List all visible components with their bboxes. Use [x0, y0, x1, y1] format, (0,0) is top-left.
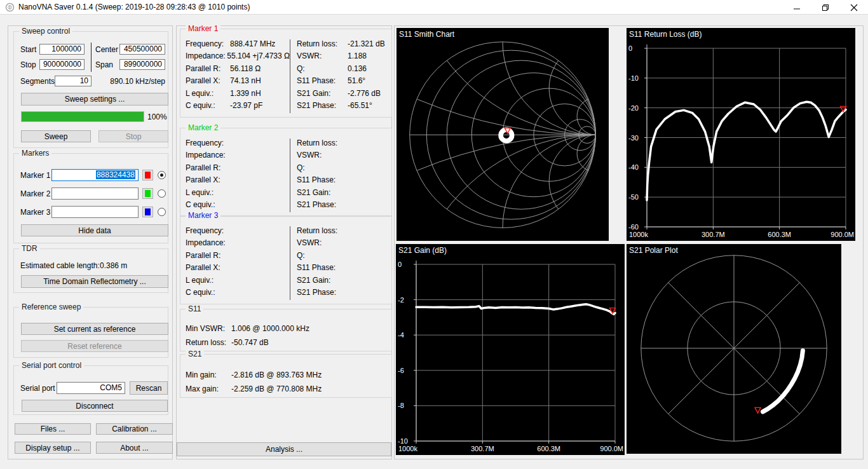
marker2-detail-box: Marker 2 Frequency: Impedance: Parallel …	[180, 128, 392, 217]
minimize-button[interactable]	[782, 0, 811, 15]
svg-text:-10: -10	[398, 437, 408, 445]
serial-port-input[interactable]: COM5	[57, 382, 125, 394]
detail-row: Frequency:	[186, 139, 290, 151]
s21-stats-box: S21 Min gain:-2.816 dB @ 893.763 MHz Max…	[180, 354, 392, 398]
span-label: Span	[95, 60, 113, 69]
marker3-frequency-input[interactable]	[51, 206, 139, 218]
marker1-radio[interactable]	[158, 171, 166, 179]
marker2-color-button[interactable]	[142, 188, 153, 199]
svg-text:-20: -20	[628, 104, 639, 112]
window-controls	[782, 0, 868, 15]
marker1-left-column: Frequency:888.417 MHz Impedance:55.104 +…	[186, 39, 290, 113]
svg-text:0: 0	[398, 261, 402, 268]
marker3-color-chip	[145, 208, 151, 215]
detail-row: Q:	[297, 251, 391, 263]
minimize-icon	[793, 4, 801, 11]
about-button[interactable]: About ...	[96, 442, 173, 454]
marker3-color-button[interactable]	[142, 207, 153, 217]
detail-row: Frequency:	[186, 226, 290, 238]
restore-button[interactable]	[811, 0, 839, 15]
detail-row: VSWR:	[297, 151, 391, 163]
marker1-color-chip	[145, 172, 151, 179]
detail-row: Parallel X:74.13 nH	[186, 76, 290, 88]
detail-row: S11 Phase:51.6°	[297, 76, 391, 88]
tdr-group: TDR Estimated cable length: 0.386 m Time…	[13, 248, 168, 293]
reset-reference-button[interactable]: Reset reference	[21, 340, 168, 352]
svg-text:-50: -50	[628, 193, 639, 201]
svg-text:-4: -4	[398, 331, 404, 339]
marker1-color-button[interactable]	[142, 170, 153, 180]
marker1-detail-box: Marker 1 Frequency:888.417 MHz Impedance…	[180, 29, 392, 118]
span-frequency-input[interactable]: 899000000	[119, 59, 165, 70]
rescan-button[interactable]: Rescan	[130, 381, 168, 395]
sweep-progress-bar	[21, 111, 144, 122]
marker2-right-column: Return loss: VSWR: Q: S11 Phase: S21 Gai…	[290, 139, 391, 212]
detail-row: Q:	[297, 163, 391, 175]
detail-row: Q:0.136	[297, 64, 391, 76]
s11-stats-box: S11 Min VSWR:1.006 @ 1000.000 kHz Return…	[180, 309, 392, 351]
stop-frequency-input[interactable]: 900000000	[39, 59, 85, 70]
svg-text:600.3M: 600.3M	[537, 445, 560, 452]
reference-sweep-group: Reference sweep Set current as reference…	[13, 307, 168, 358]
sweep-settings-button[interactable]: Sweep settings ...	[21, 93, 168, 105]
marker-data-panel: Marker 1 Frequency:888.417 MHz Impedance…	[176, 25, 392, 459]
files-button[interactable]: Files ...	[15, 423, 91, 435]
display-setup-button[interactable]: Display setup ...	[15, 442, 91, 454]
markers-group: Markers Marker 1 888324438 Marker 2 Mark…	[13, 153, 168, 243]
s11-return-loss-row: Return loss:-50.747 dB	[186, 338, 269, 347]
marker3-label: Marker 3	[20, 208, 50, 217]
marker2-frequency-input[interactable]	[51, 187, 139, 200]
detail-row: Impedance:	[186, 151, 290, 163]
reference-sweep-legend: Reference sweep	[19, 302, 83, 311]
segments-input[interactable]: 10	[55, 76, 92, 86]
s11-return-loss-chart[interactable]: S11 Return Loss (dB) 0-10-20-30-40-50-60…	[627, 28, 855, 241]
marker1-right-column: Return loss:-21.321 dB VSWR:1.188 Q:0.13…	[290, 39, 391, 113]
marker2-radio[interactable]	[158, 189, 166, 198]
s21-polar-plot[interactable]: S21 Polar Plot	[627, 244, 841, 454]
stop-button[interactable]: Stop	[98, 130, 168, 142]
svg-text:-30: -30	[628, 134, 639, 142]
s21-max-gain-row: Max gain:-2.259 dB @ 770.808 MHz	[186, 384, 322, 393]
s21-polar-plot-title: S21 Polar Plot	[629, 246, 678, 255]
sweep-control-legend: Sweep control	[19, 27, 72, 36]
detail-row: S21 Gain:	[297, 188, 391, 200]
window-title: NanoVNA Saver 0.1.4 (Sweep: 2019-10-28 0…	[18, 3, 250, 11]
close-button[interactable]	[839, 0, 868, 15]
marker1-frequency-input[interactable]: 888324438	[51, 169, 139, 181]
start-frequency-input[interactable]: 1000000	[39, 44, 85, 55]
sweep-button[interactable]: Sweep	[21, 130, 91, 142]
detail-row: S21 Phase:-65.51°	[297, 101, 391, 113]
step-rate-text: 890.10 kHz/step	[95, 77, 165, 86]
restore-icon	[822, 4, 829, 11]
serial-port-label: Serial port	[20, 384, 55, 393]
sweep-divider	[91, 43, 92, 72]
s11-stats-title: S11	[186, 304, 203, 313]
detail-row: S21 Phase:	[297, 200, 391, 212]
detail-row: S21 Phase:	[297, 288, 391, 300]
segments-label: Segments	[20, 77, 55, 86]
s21-gain-chart[interactable]: S21 Gain (dB) 0-2-4-6-8-101000k300.7M600…	[396, 244, 625, 455]
svg-text:-10: -10	[628, 74, 639, 82]
cable-length-label: Estimated cable length:	[20, 261, 100, 270]
tdr-button[interactable]: Time Domain Reflectometry ...	[21, 275, 168, 288]
svg-text:1000k: 1000k	[398, 445, 417, 452]
close-icon	[850, 4, 858, 11]
analysis-button[interactable]: Analysis ...	[177, 442, 391, 456]
calibration-button[interactable]: Calibration ...	[96, 423, 173, 435]
marker3-right-column: Return loss: VSWR: Q: S11 Phase: S21 Gai…	[290, 226, 391, 300]
hide-data-button[interactable]: Hide data	[21, 224, 168, 236]
disconnect-button[interactable]: Disconnect	[22, 400, 168, 412]
progress-percent-label: 100%	[147, 112, 167, 121]
set-reference-button[interactable]: Set current as reference	[21, 323, 168, 335]
center-frequency-input[interactable]: 450500000	[119, 44, 165, 55]
serial-port-legend: Serial port control	[19, 361, 84, 370]
svg-text:300.7M: 300.7M	[702, 231, 725, 238]
marker3-radio[interactable]	[158, 208, 166, 216]
s11-smith-chart[interactable]: S11 Smith Chart	[397, 28, 609, 241]
svg-text:-40: -40	[628, 163, 639, 171]
detail-row: S11 Phase:	[297, 175, 391, 187]
app-window: NanoVNA Saver 0.1.4 (Sweep: 2019-10-28 0…	[0, 0, 868, 469]
detail-row: Impedance:	[186, 238, 290, 250]
stop-label: Stop	[20, 60, 36, 69]
progress-fill	[22, 112, 144, 121]
